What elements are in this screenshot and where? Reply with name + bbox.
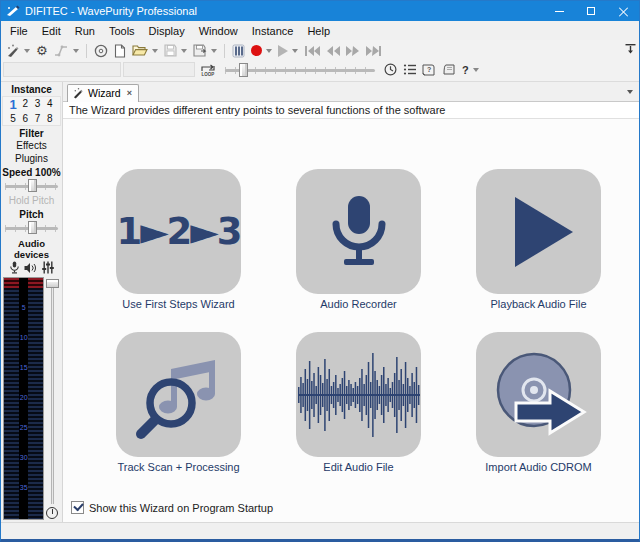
help-contents-button[interactable]: ? (420, 61, 438, 78)
mixer-sliders-icon[interactable] (42, 261, 54, 274)
save-as-dropdown-caret[interactable] (211, 49, 217, 53)
menu-file[interactable]: File (3, 23, 35, 39)
filter-header: Filter (1, 126, 62, 139)
plugins-item[interactable]: Plugins (1, 152, 62, 165)
power-icon[interactable] (46, 507, 58, 519)
timer-button[interactable] (382, 61, 399, 78)
help-button[interactable]: ? (460, 61, 471, 78)
vu-meter-scale: 5 10 15 20 25 30 35 (19, 278, 28, 519)
loop-button[interactable]: LOOP (198, 61, 218, 78)
save-floppy-icon (164, 44, 177, 57)
svg-text:?: ? (427, 66, 431, 73)
menu-instance[interactable]: Instance (245, 23, 301, 39)
manual-button[interactable] (440, 61, 458, 78)
track-scan-processing-button[interactable] (116, 332, 241, 457)
menu-window[interactable]: Window (192, 23, 245, 39)
play-button[interactable] (276, 42, 290, 59)
wizard-dropdown-caret[interactable] (24, 49, 30, 53)
meter-tick-label: 35 (20, 484, 28, 491)
settings-button[interactable]: ⚙ (34, 42, 50, 59)
record-dropdown-caret[interactable] (266, 49, 272, 53)
forward-button[interactable] (344, 42, 362, 59)
pitch-header: Pitch (1, 207, 62, 220)
minimize-button[interactable] (543, 1, 575, 21)
window-title: DIFITEC - WavePurity Professional (25, 5, 543, 17)
tile-cell: Playback Audio File (476, 169, 601, 310)
maximize-button[interactable] (575, 1, 607, 21)
play-dropdown-caret[interactable] (292, 49, 298, 53)
skip-end-button[interactable] (364, 42, 384, 59)
pitch-slider-handle[interactable] (28, 221, 37, 234)
save-button[interactable] (162, 42, 179, 59)
instance-8[interactable]: 8 (44, 112, 56, 125)
position-slider[interactable] (225, 63, 375, 77)
pitch-slider[interactable] (5, 221, 58, 234)
volume-fader[interactable] (44, 277, 60, 520)
record-button[interactable] (249, 42, 264, 59)
edit-audio-file-button[interactable] (296, 332, 421, 457)
toolbar-dock-icon[interactable] (625, 43, 636, 55)
menu-display[interactable]: Display (142, 23, 192, 39)
tab-list-caret[interactable] (627, 90, 633, 94)
menu-bar: File Edit Run Tools Display Window Insta… (1, 21, 639, 40)
use-first-steps-wizard-button[interactable]: 1►2►3 (116, 169, 241, 294)
magnifier-note-icon (133, 349, 225, 441)
menu-help[interactable]: Help (300, 23, 337, 39)
main-panel: Wizard × The Wizard provides different e… (63, 82, 639, 522)
microphone-small-icon[interactable] (10, 261, 19, 274)
instance-4[interactable]: 4 (44, 97, 56, 112)
wizard-description-text: The Wizard provides different entry poin… (69, 104, 445, 116)
wizard-wand-button[interactable] (4, 42, 22, 59)
playback-audio-file-button[interactable] (476, 169, 601, 294)
effects-item[interactable]: Effects (1, 139, 62, 152)
playlist-button[interactable] (401, 61, 418, 78)
tile-label: Use First Steps Wizard (122, 298, 234, 310)
help-dropdown-caret[interactable] (473, 68, 479, 72)
insert-silence-button[interactable] (230, 42, 247, 59)
speed-slider[interactable] (5, 179, 58, 192)
position-slider-handle[interactable] (239, 63, 248, 77)
instance-7[interactable]: 7 (32, 112, 44, 125)
startup-checkbox[interactable] (71, 501, 84, 514)
menu-run[interactable]: Run (68, 23, 102, 39)
waveform-icon (298, 351, 420, 439)
save-dropdown-caret[interactable] (181, 49, 187, 53)
cd-import-icon (489, 350, 589, 440)
tab-wizard[interactable]: Wizard × (67, 84, 139, 102)
new-file-button[interactable] (112, 42, 128, 59)
cd-drive-button[interactable] (92, 42, 110, 59)
close-button[interactable] (607, 1, 639, 21)
open-file-button[interactable] (130, 42, 150, 59)
skip-start-icon (304, 45, 320, 57)
menu-edit[interactable]: Edit (35, 23, 68, 39)
import-audio-cdrom-button[interactable] (476, 332, 601, 457)
tile-cell: Edit Audio File (296, 332, 421, 473)
instance-selector: 1 2 3 4 5 6 7 8 (2, 96, 61, 126)
instance-3[interactable]: 3 (32, 97, 44, 112)
meter-tick-label: 25 (20, 424, 28, 431)
maximize-icon (587, 7, 595, 15)
fader-handle[interactable] (46, 279, 59, 288)
rewind-button[interactable] (324, 42, 342, 59)
instance-header: Instance (1, 82, 62, 95)
save-as-button[interactable] (191, 42, 209, 59)
instance-1[interactable]: 1 (7, 97, 19, 112)
audio-recorder-button[interactable] (296, 169, 421, 294)
audio-devices-header: Audio devices (1, 236, 62, 260)
menu-tools[interactable]: Tools (102, 23, 142, 39)
instance-6[interactable]: 6 (19, 112, 31, 125)
open-dropdown-caret[interactable] (152, 49, 158, 53)
speed-slider-handle[interactable] (28, 179, 37, 192)
vertical-bars-icon (232, 44, 245, 58)
play-icon (513, 195, 575, 269)
speaker-icon[interactable] (24, 262, 37, 274)
tile-cell: Import Audio CDROM (476, 332, 601, 473)
skip-start-button[interactable] (302, 42, 322, 59)
empty-toolbar-panel (123, 62, 195, 77)
fast-forward-icon (346, 45, 360, 57)
instance-5[interactable]: 5 (7, 112, 19, 125)
filter-curve-button[interactable] (52, 42, 71, 59)
filter-dropdown-caret[interactable] (73, 49, 79, 53)
instance-2[interactable]: 2 (19, 97, 31, 112)
tab-close-icon[interactable]: × (125, 88, 132, 98)
